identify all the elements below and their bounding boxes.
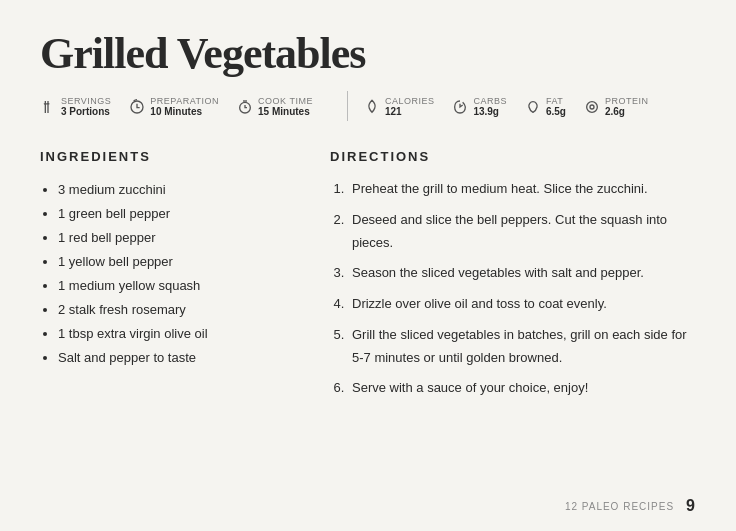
meta-carbs: CARBS 13.9g [452,96,507,117]
meta-servings: SERVINGS 3 Portions [40,96,111,117]
list-item: 1 red bell pepper [58,226,290,250]
servings-icon [40,97,56,114]
footer-page: 9 [686,497,696,515]
meta-preparation: PREPARATION 10 Minutes [129,96,219,117]
list-item: 3 medium zucchini [58,178,290,202]
ingredient-list: 3 medium zucchini1 green bell pepper1 re… [40,178,290,370]
cook-time-icon [237,97,253,114]
meta-divider [347,91,348,121]
svg-point-4 [587,101,598,112]
list-item: Grill the sliced vegetables in batches, … [348,324,696,370]
preparation-icon [129,97,145,114]
protein-icon [584,97,600,114]
directions-heading: DIRECTIONS [330,149,696,164]
fat-icon [525,97,541,114]
calories-icon [364,97,380,114]
meta-calories: CALORIES 121 [364,96,435,117]
svg-point-5 [590,105,594,109]
ingredients-section: INGREDIENTS 3 medium zucchini1 green bel… [40,149,290,408]
footer: 12 PALEO RECIPES 9 [565,497,696,515]
list-item: Serve with a sauce of your choice, enjoy… [348,377,696,400]
list-item: Salt and pepper to taste [58,346,290,370]
list-item: Deseed and slice the bell peppers. Cut t… [348,209,696,255]
carbs-icon [452,97,468,114]
list-item: Season the sliced vegetables with salt a… [348,262,696,285]
list-item: 2 stalk fresh rosemary [58,298,290,322]
list-item: Preheat the grill to medium heat. Slice … [348,178,696,201]
footer-text: 12 PALEO RECIPES [565,501,674,512]
recipe-title: Grilled Vegetables [40,28,696,79]
list-item: 1 medium yellow squash [58,274,290,298]
list-item: 1 green bell pepper [58,202,290,226]
directions-section: DIRECTIONS Preheat the grill to medium h… [330,149,696,408]
list-item: 1 yellow bell pepper [58,250,290,274]
meta-bar: SERVINGS 3 Portions PREPARATION 10 Minut… [40,91,696,121]
meta-fat: FAT 6.5g [525,96,566,117]
list-item: 1 tbsp extra virgin olive oil [58,322,290,346]
meta-cook-time: COOK TIME 15 Minutes [237,96,313,117]
list-item: Drizzle over olive oil and toss to coat … [348,293,696,316]
direction-list: Preheat the grill to medium heat. Slice … [330,178,696,400]
meta-protein: PROTEIN 2.6g [584,96,649,117]
content-area: INGREDIENTS 3 medium zucchini1 green bel… [40,149,696,408]
recipe-page: Grilled Vegetables SERVINGS 3 Portions [0,0,736,531]
ingredients-heading: INGREDIENTS [40,149,290,164]
